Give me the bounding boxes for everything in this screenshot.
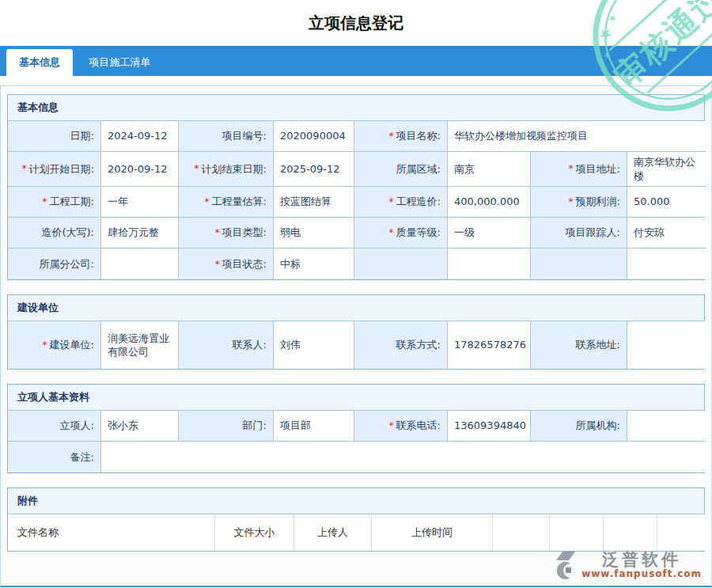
required-marker: * (389, 226, 394, 239)
plan-end-value: 2025-09-12 (274, 152, 354, 187)
col-file-size: 文件大小 (215, 514, 294, 551)
contact-phone-value: 17826578276 (448, 321, 531, 369)
page-title: 立项信息登记 (0, 13, 712, 34)
section-attachments-title: 附件 (8, 488, 704, 514)
expected-profit-value: 50.000 (627, 187, 706, 218)
project-type-label: *项目类型: (179, 218, 274, 248)
quantity-estimate-value: 按蓝图结算 (274, 187, 354, 218)
col-file-name: 文件名称 (8, 514, 215, 551)
basic-row-2: *计划开始日期: 2020-09-12 *计划结束日期: 2025-09-12 … (8, 152, 704, 187)
contact-person-value: 刘伟 (274, 321, 354, 369)
required-marker: * (215, 226, 220, 239)
telephone-value: 13609394840 (448, 411, 531, 442)
construction-row-1: *建设单位: 润美远海置业有限公司 联系人: 刘伟 联系方式: 17826578… (8, 321, 704, 369)
quality-grade-label: *质量等级: (354, 218, 448, 248)
contact-address-value (627, 321, 706, 369)
region-label: 所属区域: (354, 152, 448, 187)
col-empty (657, 514, 706, 551)
duration-label: *工程工期: (8, 187, 101, 218)
brand-name: 泛普软件 (581, 551, 702, 568)
tab-project-construction-list[interactable]: 项目施工清单 (76, 49, 163, 76)
tab-bar: 基本信息 项目施工清单 (0, 46, 712, 76)
cost-in-words-value: 肆拾万元整 (101, 218, 179, 248)
main-content: 基本信息 日期: 2024-09-12 项目编号: 2020090004 *项目… (0, 85, 712, 587)
initiator-row-2: 备注: (8, 442, 704, 472)
basic-row-5: 所属分公司: *项目状态: 中标 (8, 248, 704, 279)
required-marker: * (389, 419, 394, 432)
project-name-label: *项目名称: (354, 121, 448, 152)
required-marker: * (389, 195, 394, 208)
project-status-label: *项目状态: (179, 248, 274, 279)
plan-end-label: *计划结束日期: (179, 152, 274, 187)
col-empty (604, 514, 657, 551)
section-construction-unit-title: 建设单位 (8, 295, 704, 321)
col-upload-time: 上传时间 (372, 514, 493, 551)
department-value: 项目部 (274, 411, 354, 442)
date-value: 2024-09-12 (101, 121, 179, 152)
construction-unit-label: *建设单位: (8, 321, 101, 369)
quantity-estimate-label: *工程量估算: (179, 187, 274, 218)
section-initiator-info: 立项人基本资料 立项人: 张小东 部门: 项目部 *联系电话: 13609394… (7, 384, 705, 473)
brand-url: www.fanpusoft.com (581, 568, 702, 579)
initiator-row-1: 立项人: 张小东 部门: 项目部 *联系电话: 13609394840 所属机构… (8, 411, 704, 442)
col-uploader: 上传人 (294, 514, 372, 551)
project-tracker-value: 付安琼 (627, 218, 706, 248)
quality-grade-value: 一级 (448, 218, 531, 248)
required-marker: * (205, 195, 210, 208)
region-value: 南京 (448, 152, 531, 187)
project-status-value: 中标 (274, 248, 354, 279)
construction-unit-value: 润美远海置业有限公司 (101, 321, 179, 369)
organization-label: 所属机构: (531, 411, 627, 442)
project-type-value: 弱电 (274, 218, 354, 248)
branch-company-label: 所属分公司: (8, 248, 101, 279)
basic-row-3: *工程工期: 一年 *工程量估算: 按蓝图结算 *工程造价: 400,000.0… (8, 187, 704, 218)
empty-label-cell (531, 248, 627, 279)
organization-value (627, 411, 706, 442)
department-label: 部门: (179, 411, 274, 442)
remark-label: 备注: (8, 442, 101, 472)
telephone-label: *联系电话: (354, 411, 448, 442)
fanpu-logo-icon (555, 549, 581, 581)
basic-row-4: 造价(大写): 肆拾万元整 *项目类型: 弱电 *质量等级: 一级 项目跟踪人:… (8, 218, 704, 248)
section-attachments: 附件 文件名称 文件大小 上传人 上传时间 (7, 487, 705, 552)
required-marker: * (43, 339, 47, 351)
project-tracker-label: 项目跟踪人: (531, 218, 627, 248)
date-label: 日期: (8, 121, 101, 152)
duration-value: 一年 (101, 187, 179, 218)
section-basic-info: 基本信息 日期: 2024-09-12 项目编号: 2020090004 *项目… (7, 94, 705, 280)
section-construction-unit: 建设单位 *建设单位: 润美远海置业有限公司 联系人: 刘伟 联系方式: 178… (7, 294, 705, 370)
required-marker: * (215, 258, 220, 271)
project-cost-value: 400,000.000 (448, 187, 531, 218)
initiator-label: 立项人: (8, 411, 101, 442)
remark-value (101, 442, 706, 472)
required-marker: * (569, 162, 574, 175)
initiator-value: 张小东 (101, 411, 179, 442)
tab-basic-info[interactable]: 基本信息 (6, 49, 73, 81)
section-basic-info-title: 基本信息 (8, 95, 704, 121)
project-no-label: 项目编号: (179, 121, 274, 152)
col-empty (493, 514, 550, 551)
attachments-header-row: 文件名称 文件大小 上传人 上传时间 (8, 514, 704, 551)
required-marker: * (569, 195, 574, 208)
plan-start-label: *计划开始日期: (8, 152, 101, 187)
project-cost-label: *工程造价: (354, 187, 448, 218)
contact-person-label: 联系人: (179, 321, 274, 369)
fanpu-brand-logo: 泛普软件 www.fanpusoft.com (555, 549, 702, 581)
required-marker: * (389, 130, 394, 142)
col-empty (550, 514, 604, 551)
address-label: *项目地址: (531, 152, 627, 187)
required-marker: * (43, 195, 47, 208)
branch-company-value (101, 248, 179, 279)
project-name-value: 华软办公楼增加视频监控项目 (448, 121, 706, 152)
contact-address-label: 联系地址: (531, 321, 627, 369)
required-marker: * (195, 162, 199, 175)
empty-label-cell (354, 248, 448, 279)
section-initiator-info-title: 立项人基本资料 (8, 385, 704, 411)
basic-row-1: 日期: 2024-09-12 项目编号: 2020090004 *项目名称: 华… (8, 121, 704, 152)
empty-value-cell (627, 248, 706, 279)
project-no-value: 2020090004 (274, 121, 354, 152)
contact-phone-label: 联系方式: (354, 321, 448, 369)
cost-in-words-label: 造价(大写): (8, 218, 101, 248)
address-value: 南京华软办公楼 (627, 152, 706, 187)
expected-profit-label: *预期利润: (531, 187, 627, 218)
